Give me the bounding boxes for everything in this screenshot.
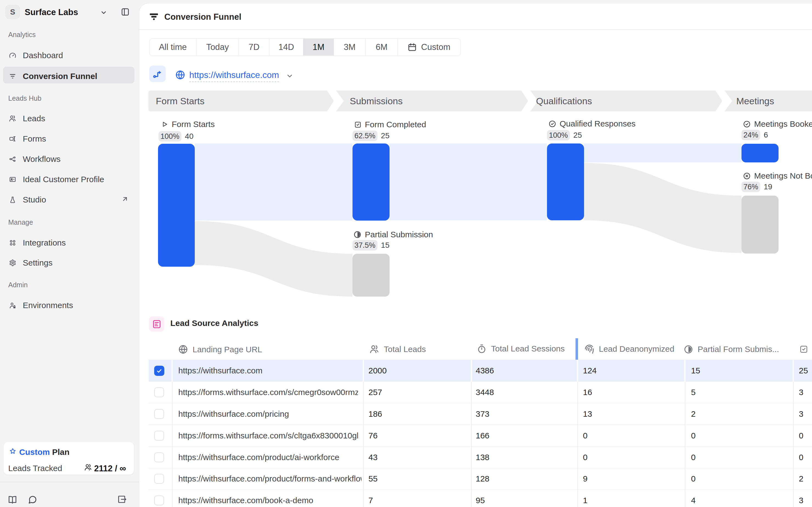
svg-text:Qualifications: Qualifications [536,96,592,106]
svg-text:Meetings: Meetings [736,96,774,106]
svg-text:Form Starts: Form Starts [156,96,205,106]
svg-text:Submissions: Submissions [350,96,403,106]
